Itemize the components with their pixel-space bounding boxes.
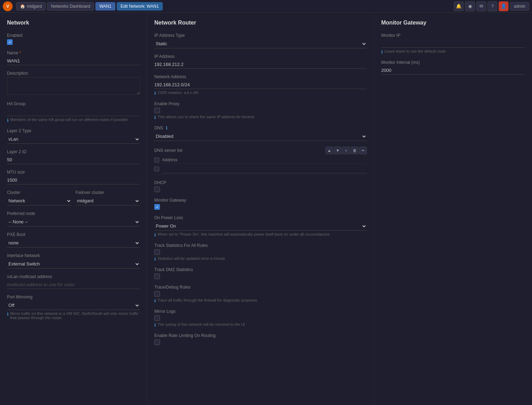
rss-icon-btn[interactable]: ◉ [465, 1, 475, 11]
network-address-input[interactable] [154, 81, 367, 89]
info-icon-7: ℹ [154, 298, 156, 303]
monitor-ip-info: ℹ Leave blank to use the default route [381, 49, 525, 54]
vxlan-group: vxLan multicast address [7, 274, 140, 289]
pxe-boot-group: PXE Boot none [7, 232, 140, 248]
admin-btn[interactable]: admin [510, 2, 529, 11]
enable-proxy-wrapper [154, 108, 367, 113]
ip-type-select[interactable]: Static DHCP None [154, 39, 367, 48]
track-stats-label: Track Statistics For All Rules [154, 243, 367, 248]
dns-header-row: Address [154, 156, 367, 164]
ha-group-label: HA Group [7, 101, 140, 106]
on-power-loss-label: On Power Loss [154, 215, 367, 220]
enable-rate-checkbox[interactable] [154, 339, 160, 345]
interface-network-label: Interface Network [7, 253, 140, 258]
dns-edit-btn[interactable]: ✏ [359, 147, 367, 154]
ip-type-group: IP Address Type Static DHCP None [154, 33, 367, 48]
on-power-loss-group: On Power Loss Power On Power Off Last St… [154, 215, 367, 237]
on-power-loss-info: ℹ When set to "Power On", this machine w… [154, 232, 367, 237]
mirror-logs-checkbox[interactable] [154, 315, 160, 321]
help-icon-btn[interactable]: ? [487, 1, 497, 11]
vxlan-input[interactable] [7, 281, 140, 289]
dns-add-btn[interactable]: + [342, 147, 350, 154]
network-address-label: Network Address [154, 74, 367, 79]
dhcp-checkbox[interactable] [154, 187, 160, 192]
pxe-boot-select[interactable]: none [7, 238, 140, 248]
dhcp-label: DHCP [154, 180, 367, 185]
layer2-id-input[interactable] [7, 156, 140, 164]
port-mirroring-group: Port Mirroring Off On ℹ Mirror traffic o… [7, 295, 140, 320]
logo: V [3, 1, 13, 11]
logo-icon: V [3, 1, 13, 11]
pxe-boot-label: PXE Boot [7, 232, 140, 237]
dns-header-checkbox[interactable] [154, 157, 159, 162]
network-address-info: ℹ CIDR notation: a.b.c.d/h [154, 90, 367, 96]
network-panel-title: Network [7, 20, 140, 26]
bell-icon-btn[interactable]: 🔔 [454, 1, 464, 11]
home-btn[interactable]: 🏠 midgard [16, 2, 46, 11]
dns-select[interactable]: Disabled Enabled [154, 132, 367, 141]
description-input[interactable] [7, 77, 140, 95]
mtu-input[interactable] [7, 176, 140, 184]
enable-rate-label: Enable Rate Limiting On Routing [154, 333, 367, 338]
mtu-group: MTU size [7, 170, 140, 184]
track-dmz-group: Track DMZ Statistics [154, 267, 367, 279]
trace-debug-label: Trace/Debug Rules [154, 285, 367, 290]
edit-network-btn[interactable]: Edit Network: WAN1 [117, 2, 163, 11]
dns-toolbar: ▲ ▼ + 🗑 ✏ [325, 147, 367, 154]
info-icon-4: ℹ [154, 115, 156, 120]
name-label: Name [7, 50, 140, 55]
dns-row-checkbox[interactable] [154, 167, 159, 171]
enable-rate-group: Enable Rate Limiting On Routing [154, 333, 367, 345]
cluster-group: Cluster Network [7, 190, 72, 205]
monitor-interval-input[interactable] [381, 66, 525, 75]
port-mirroring-select[interactable]: Off On [7, 301, 140, 310]
monitor-ip-input[interactable] [381, 39, 525, 48]
dns-empty-row [154, 164, 367, 175]
dns-list-label: DNS server list [154, 148, 182, 153]
name-group: Name [7, 50, 140, 65]
enabled-group: Enabled ✓ [7, 33, 140, 45]
name-input[interactable] [7, 57, 140, 65]
description-group: Description [7, 71, 140, 96]
info-icon-9: ℹ [381, 49, 383, 54]
dns-down-btn[interactable]: ▼ [334, 147, 342, 154]
ip-type-label: IP Address Type [154, 33, 367, 38]
monitor-ip-label: Monitor IP [381, 33, 525, 38]
interface-network-select[interactable]: External Switch [7, 259, 140, 269]
enable-proxy-checkbox[interactable] [154, 108, 160, 113]
cluster-select[interactable]: Network [7, 196, 72, 205]
failover-select[interactable]: midgard [76, 196, 140, 205]
trace-debug-group: Trace/Debug Rules ℹ Trace all traffic th… [154, 285, 367, 303]
right-panel: Monitor Gateway Monitor IP ℹ Leave blank… [374, 13, 532, 405]
main-layout: Network Enabled ✓ Name Description HA Gr… [0, 13, 532, 405]
interface-network-group: Interface Network External Switch [7, 253, 140, 269]
preferred-node-select[interactable]: -- None -- [7, 217, 140, 227]
trace-debug-checkbox[interactable] [154, 291, 160, 297]
monitor-gateway-checkbox[interactable]: ✓ [154, 204, 160, 210]
ip-address-input[interactable] [154, 60, 367, 69]
dns-server-list-group: DNS server list ▲ ▼ + 🗑 ✏ Address [154, 147, 367, 175]
wan1-btn[interactable]: WAN1 [95, 2, 115, 11]
monitor-gateway-wrapper: ✓ [154, 204, 367, 210]
track-dmz-label: Track DMZ Statistics [154, 267, 367, 272]
dns-delete-btn[interactable]: 🗑 [351, 147, 358, 154]
info-icon: ℹ [7, 118, 9, 123]
networks-dashboard-btn[interactable]: Networks Dashboard [47, 2, 94, 11]
on-power-loss-select[interactable]: Power On Power Off Last State [154, 222, 367, 231]
ha-group-input[interactable] [7, 108, 140, 116]
vxlan-label: vxLan multicast address [7, 274, 140, 279]
cluster-label: Cluster [7, 190, 72, 195]
layer2-type-select[interactable]: vLan vxLan None [7, 135, 140, 144]
track-dmz-checkbox[interactable] [154, 274, 160, 279]
message-icon-btn[interactable]: ✉ [476, 1, 486, 11]
enabled-checkbox[interactable]: ✓ [7, 39, 13, 45]
dns-row-input[interactable] [162, 165, 367, 173]
preferred-node-label: Preferred node [7, 211, 140, 216]
topnav: V 🏠 midgard Networks Dashboard WAN1 Edit… [0, 0, 532, 13]
ha-group-info: ℹ Members of the same HA group will run … [7, 117, 140, 123]
track-stats-checkbox[interactable] [154, 249, 160, 255]
user-icon-btn[interactable]: 👤 [499, 1, 509, 11]
dns-up-btn[interactable]: ▲ [325, 147, 333, 154]
trace-debug-info: ℹ Trace all traffic through the firewall… [154, 298, 367, 303]
dns-col-address-header: Address [162, 157, 367, 162]
